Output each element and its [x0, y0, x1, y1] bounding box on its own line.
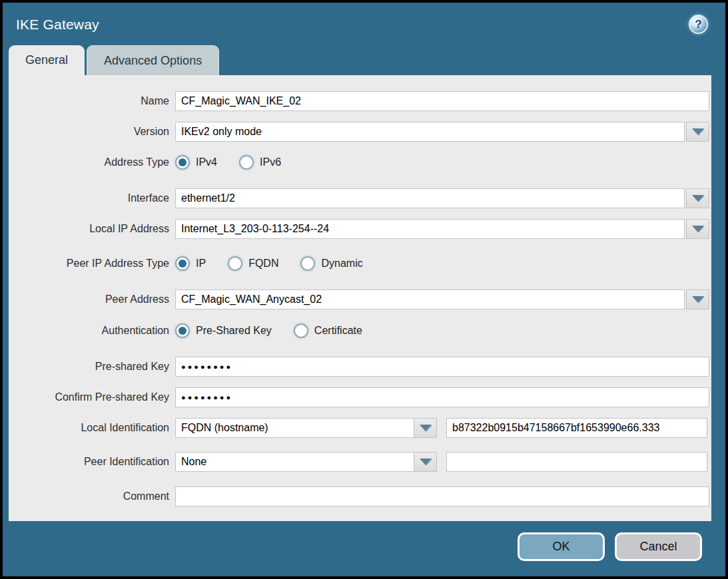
- radio-ipv4[interactable]: [175, 155, 190, 170]
- pre-shared-key-input[interactable]: [175, 357, 709, 377]
- version-input[interactable]: [175, 122, 685, 142]
- chevron-down-icon: [420, 459, 432, 465]
- radio-ip-label: IP: [196, 258, 206, 270]
- row-interface: Interface: [9, 188, 709, 208]
- local-identification-dropdown-button[interactable]: [414, 419, 436, 437]
- row-version: Version: [9, 122, 709, 142]
- ike-gateway-dialog: IKE Gateway ? General Advanced Options N…: [0, 0, 728, 579]
- local-identification-type-select[interactable]: FQDN (hostname): [175, 418, 437, 438]
- peer-identification-label: Peer Identification: [9, 456, 175, 468]
- row-peer-identification: Peer Identification None: [9, 452, 709, 472]
- local-ip-dropdown-button[interactable]: [686, 219, 709, 239]
- row-pre-shared-key: Pre-shared Key: [9, 357, 709, 377]
- peer-address-dropdown-button[interactable]: [686, 290, 709, 309]
- help-icon[interactable]: ?: [689, 15, 708, 34]
- peer-identification-type-select[interactable]: None: [175, 452, 437, 472]
- chevron-down-icon: [420, 425, 432, 431]
- local-identification-input[interactable]: [446, 418, 707, 438]
- radio-pre-shared-key-label: Pre-Shared Key: [196, 325, 272, 337]
- row-peer-address: Peer Address: [9, 290, 709, 309]
- dialog-title: IKE Gateway: [16, 17, 99, 33]
- row-local-ip-address: Local IP Address: [9, 219, 709, 239]
- interface-label: Interface: [9, 192, 175, 204]
- dialog-footer: OK Cancel: [518, 532, 702, 561]
- tab-bar: General Advanced Options: [3, 45, 725, 75]
- title-bar: IKE Gateway ?: [3, 3, 725, 37]
- cancel-button[interactable]: Cancel: [615, 532, 702, 561]
- confirm-pre-shared-key-input[interactable]: [175, 387, 709, 407]
- chevron-down-icon: [692, 195, 704, 202]
- row-peer-ip-address-type: Peer IP Address Type IP FQDN Dynamic: [9, 254, 709, 274]
- tab-advanced-options[interactable]: Advanced Options: [87, 45, 219, 75]
- version-label: Version: [9, 126, 175, 138]
- peer-identification-type-value: None: [176, 456, 414, 468]
- local-ip-address-input[interactable]: [175, 219, 685, 239]
- row-authentication: Authentication Pre-Shared Key Certificat…: [9, 321, 709, 341]
- row-comment: Comment: [9, 486, 709, 506]
- authentication-label: Authentication: [9, 325, 175, 337]
- comment-label: Comment: [9, 490, 175, 502]
- row-local-identification: Local Identification FQDN (hostname): [9, 418, 709, 438]
- interface-input[interactable]: [175, 188, 685, 208]
- chevron-down-icon: [692, 128, 704, 135]
- confirm-pre-shared-key-label: Confirm Pre-shared Key: [9, 391, 175, 403]
- radio-ipv6[interactable]: [239, 155, 254, 170]
- radio-dynamic[interactable]: [300, 256, 315, 271]
- radio-ip[interactable]: [175, 256, 190, 271]
- radio-fqdn-label: FQDN: [248, 258, 278, 270]
- radio-certificate-label: Certificate: [314, 325, 362, 337]
- radio-fqdn[interactable]: [228, 256, 242, 271]
- row-confirm-pre-shared-key: Confirm Pre-shared Key: [9, 387, 709, 407]
- name-label: Name: [9, 95, 175, 107]
- general-tab-panel: Name Version Address Type IPv4 IPv6: [9, 75, 711, 521]
- pre-shared-key-label: Pre-shared Key: [9, 361, 175, 373]
- tab-general[interactable]: General: [9, 45, 85, 75]
- peer-address-input[interactable]: [175, 290, 685, 309]
- radio-ipv6-label: IPv6: [260, 156, 281, 168]
- peer-address-label: Peer Address: [9, 293, 175, 305]
- peer-identification-input[interactable]: [446, 452, 707, 472]
- chevron-down-icon: [692, 226, 704, 232]
- row-name: Name: [9, 91, 709, 111]
- peer-ip-address-type-label: Peer IP Address Type: [9, 258, 175, 270]
- version-dropdown-button[interactable]: [686, 122, 709, 142]
- local-ip-address-label: Local IP Address: [9, 223, 175, 235]
- comment-input[interactable]: [175, 486, 709, 506]
- address-type-label: Address Type: [9, 156, 175, 168]
- interface-dropdown-button[interactable]: [686, 188, 709, 208]
- chevron-down-icon: [692, 296, 704, 303]
- radio-dynamic-label: Dynamic: [321, 258, 362, 270]
- name-input[interactable]: [175, 91, 709, 111]
- radio-pre-shared-key[interactable]: [175, 323, 190, 338]
- peer-identification-dropdown-button[interactable]: [414, 453, 436, 471]
- radio-certificate[interactable]: [294, 323, 308, 338]
- radio-ipv4-label: IPv4: [196, 156, 217, 168]
- local-identification-type-value: FQDN (hostname): [176, 422, 414, 434]
- local-identification-label: Local Identification: [9, 422, 175, 434]
- ok-button[interactable]: OK: [518, 532, 605, 561]
- row-address-type: Address Type IPv4 IPv6: [9, 152, 709, 172]
